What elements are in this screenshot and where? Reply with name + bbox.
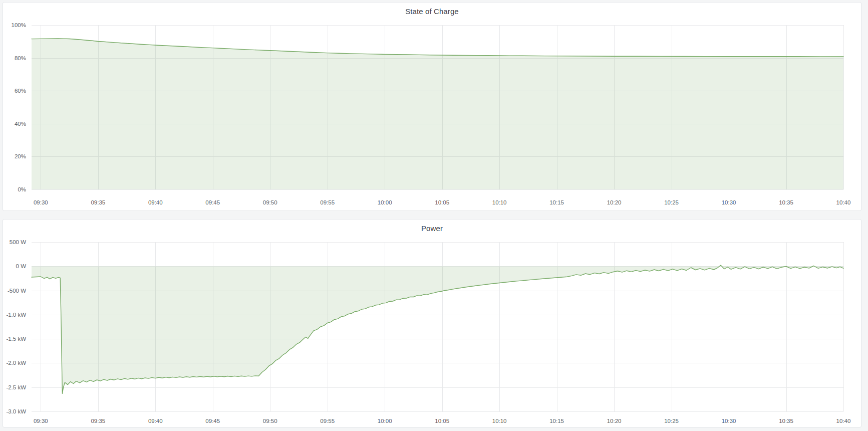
x-axis-tick-label: 10:40: [836, 199, 851, 205]
y-axis-tick-label: -500 W: [8, 288, 26, 294]
x-axis-tick-label: 09:50: [263, 199, 277, 205]
x-axis-tick-label: 10:35: [779, 418, 793, 424]
x-axis-tick-label: 09:55: [320, 418, 335, 424]
panel-power: Power 500 W0 W-500 W-1.0 kW-1.5 kW-2.0 k…: [3, 219, 861, 427]
y-axis-tick-label: -2.0 kW: [6, 360, 26, 366]
y-axis-tick-label: -1.0 kW: [6, 312, 26, 318]
x-axis-tick-label: 10:35: [779, 199, 793, 205]
x-axis-tick-label: 09:35: [91, 418, 105, 424]
x-axis-tick-label: 09:45: [205, 418, 220, 424]
series-area: [32, 265, 843, 393]
y-axis-tick-label: -1.5 kW: [6, 336, 26, 342]
x-axis-tick-label: 09:30: [34, 418, 48, 424]
x-axis-tick-label: 10:15: [549, 199, 564, 205]
x-axis-tick-label: 10:05: [435, 418, 449, 424]
x-axis-tick-label: 10:00: [378, 199, 392, 205]
x-axis-tick-label: 10:20: [607, 199, 622, 205]
x-axis-tick-label: 10:20: [607, 418, 622, 424]
x-axis-tick-label: 10:25: [664, 418, 679, 424]
y-axis-tick-label: 40%: [15, 121, 26, 127]
x-axis-tick-label: 09:45: [205, 199, 220, 205]
y-axis-tick-label: 500 W: [10, 239, 26, 245]
x-axis-tick-label: 09:40: [148, 418, 163, 424]
x-axis-tick-label: 09:50: [263, 418, 277, 424]
y-axis-tick-label: 20%: [15, 153, 26, 159]
y-axis-tick-label: 60%: [15, 88, 26, 94]
x-axis-tick-label: 10:40: [836, 418, 851, 424]
y-axis-tick-label: 0%: [18, 186, 26, 192]
x-axis-tick-label: 10:30: [722, 418, 736, 424]
x-axis-tick-label: 10:10: [492, 418, 507, 424]
power-chart[interactable]: 500 W0 W-500 W-1.0 kW-1.5 kW-2.0 kW-2.5 …: [3, 220, 861, 427]
x-axis-tick-label: 10:15: [549, 418, 564, 424]
state-of-charge-chart[interactable]: 100%80%60%40%20%0%09:3009:3509:4009:4509…: [3, 3, 861, 210]
y-axis-tick-label: -2.5 kW: [6, 384, 26, 390]
y-axis-tick-label: 100%: [12, 22, 26, 28]
x-axis-tick-label: 10:05: [435, 199, 449, 205]
y-axis-tick-label: 80%: [15, 55, 26, 61]
x-axis-tick-label: 10:30: [722, 199, 736, 205]
y-axis-tick-label: 0 W: [16, 263, 27, 269]
x-axis-tick-label: 10:25: [664, 199, 679, 205]
x-axis-tick-label: 09:55: [320, 199, 335, 205]
x-axis-tick-label: 09:30: [34, 199, 48, 205]
dashboard: State of Charge 100%80%60%40%20%0%09:300…: [0, 0, 868, 431]
panel-state-of-charge: State of Charge 100%80%60%40%20%0%09:300…: [3, 2, 861, 211]
x-axis-tick-label: 09:35: [91, 199, 105, 205]
x-axis-tick-label: 10:10: [492, 199, 507, 205]
y-axis-tick-label: -3.0 kW: [6, 408, 26, 414]
x-axis-tick-label: 09:40: [148, 199, 163, 205]
series-area: [32, 39, 843, 189]
x-axis-tick-label: 10:00: [378, 418, 392, 424]
